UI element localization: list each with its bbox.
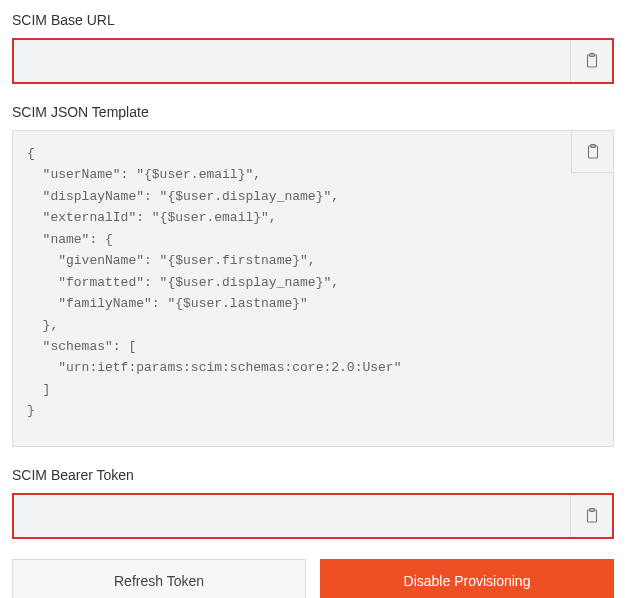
- scim-json-template-label: SCIM JSON Template: [12, 104, 614, 120]
- scim-bearer-token-input-wrap: [12, 493, 614, 539]
- clipboard-icon: [583, 507, 601, 525]
- scim-base-url-input-wrap: [12, 38, 614, 84]
- scim-json-template-box: { "userName": "{$user.email}", "displayN…: [12, 130, 614, 447]
- scim-json-template-content[interactable]: { "userName": "{$user.email}", "displayN…: [13, 131, 613, 430]
- scim-bearer-token-input[interactable]: [14, 495, 570, 537]
- scim-bearer-token-group: SCIM Bearer Token: [12, 467, 614, 539]
- action-button-row: Refresh Token Disable Provisioning: [12, 559, 614, 598]
- scim-base-url-group: SCIM Base URL: [12, 12, 614, 84]
- copy-json-template-button[interactable]: [571, 131, 613, 173]
- scim-bearer-token-label: SCIM Bearer Token: [12, 467, 614, 483]
- horizontal-scrollbar[interactable]: [19, 430, 607, 442]
- copy-bearer-token-button[interactable]: [570, 495, 612, 537]
- refresh-token-button[interactable]: Refresh Token: [12, 559, 306, 598]
- scim-json-template-group: SCIM JSON Template { "userName": "{$user…: [12, 104, 614, 447]
- scim-base-url-input[interactable]: [14, 40, 570, 82]
- scim-base-url-label: SCIM Base URL: [12, 12, 614, 28]
- clipboard-icon: [584, 143, 602, 161]
- disable-provisioning-button[interactable]: Disable Provisioning: [320, 559, 614, 598]
- copy-base-url-button[interactable]: [570, 40, 612, 82]
- clipboard-icon: [583, 52, 601, 70]
